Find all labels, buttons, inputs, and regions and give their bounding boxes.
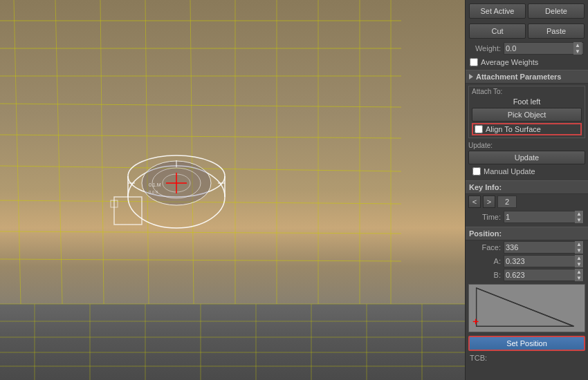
time-down-arrow[interactable]: ▼ [575,217,583,223]
face-down-arrow[interactable]: ▼ [575,247,583,254]
attach-to-section: Attach To: Foot left Pick Object Align T… [468,86,585,138]
time-spinbox[interactable]: ▲ ▼ [504,211,584,223]
b-down-arrow[interactable]: ▼ [575,275,583,281]
time-arrows: ▲ ▼ [575,211,583,223]
graph-svg [469,285,585,332]
section-triangle-icon [469,74,473,79]
cut-button[interactable]: Cut [469,23,526,39]
floor-plane [0,304,465,380]
delete-button[interactable]: Delete [528,3,585,19]
manual-update-row: Manual Update [468,166,585,177]
average-weights-label: Average Weights [481,58,538,66]
weight-spinbox[interactable]: ▲ ▼ [504,42,584,55]
weight-up-arrow[interactable]: ▲ [573,42,582,48]
face-up-arrow[interactable]: ▲ [575,241,583,247]
action-buttons-row: Set Active Delete [466,0,588,20]
time-label: Time: [470,213,501,221]
manual-update-checkbox[interactable] [472,167,481,175]
key-info-title: Key Info: [469,183,502,191]
face-spinbox[interactable]: ▲ ▼ [504,241,584,254]
time-up-arrow[interactable]: ▲ [575,211,583,217]
viewport[interactable]: 0.1.M 0.0.0 [0,0,465,380]
tcb-label: TCB: [466,352,588,363]
key-prev-button[interactable]: < [468,196,481,208]
time-input[interactable] [504,213,551,221]
attach-to-label: Attach To: [472,88,582,95]
cut-paste-row: Cut Paste [466,20,588,40]
weight-row: Weight: ▲ ▼ [466,40,588,57]
set-position-button[interactable]: Set Position [468,336,585,351]
a-label: A: [470,257,501,265]
position-title: Position: [469,229,502,238]
b-input[interactable] [504,271,551,279]
a-arrows: ▲ ▼ [575,255,583,267]
right-panel: Set Active Delete Cut Paste Weight: ▲ ▼ … [465,0,588,380]
position-header[interactable]: Position: [466,227,588,240]
b-spinbox[interactable]: ▲ ▼ [504,269,584,281]
key-next-button[interactable]: > [483,196,495,208]
manual-update-label: Manual Update [484,167,535,175]
align-to-surface-row: Align To Surface [472,123,582,135]
pick-object-button[interactable]: Pick Object [472,108,582,122]
face-label: Face: [470,243,501,251]
align-to-surface-label: Align To Surface [486,125,541,133]
paste-button[interactable]: Paste [528,23,585,39]
average-weights-row: Average Weights [466,57,588,68]
face-row: Face: ▲ ▼ [466,240,588,254]
a-down-arrow[interactable]: ▼ [575,261,583,267]
update-section: Update: Update Manual Update [468,142,585,177]
attachment-parameters-title: Attachment Parameters [476,73,562,81]
key-number-display: 2 [497,196,517,208]
a-spinbox[interactable]: ▲ ▼ [504,255,584,267]
align-to-surface-checkbox[interactable] [475,125,483,133]
weight-input[interactable] [506,44,551,53]
weight-down-arrow[interactable]: ▼ [573,48,582,55]
a-input[interactable] [504,257,551,265]
attachment-parameters-header[interactable]: Attachment Parameters [466,70,588,84]
a-up-arrow[interactable]: ▲ [575,255,583,261]
b-label: B: [470,271,501,279]
key-info-header[interactable]: Key Info: [466,180,588,194]
b-row: B: ▲ ▼ [466,268,588,282]
average-weights-checkbox[interactable] [470,58,478,66]
key-nav-row: < > 2 [466,194,588,209]
update-label: Update: [468,142,585,149]
face-input[interactable] [504,243,551,251]
attach-target-name: Foot left [472,97,582,106]
a-row: A: ▲ ▼ [466,254,588,268]
update-button[interactable]: Update [468,151,585,164]
weight-label: Weight: [470,44,501,53]
face-arrows: ▲ ▼ [575,241,583,254]
set-active-button[interactable]: Set Active [469,3,526,19]
b-up-arrow[interactable]: ▲ [575,269,583,275]
weight-arrows: ▲ ▼ [573,42,582,55]
position-graph[interactable] [468,284,585,332]
time-row: Time: ▲ ▼ [466,209,588,225]
b-arrows: ▲ ▼ [575,269,583,281]
